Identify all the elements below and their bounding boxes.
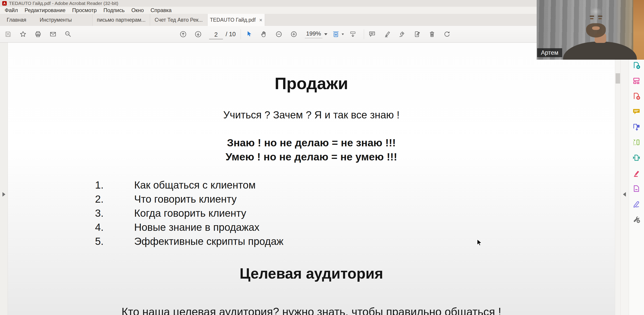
tools-pane-collapse-strip: [621, 43, 629, 315]
zoom-level-dropdown[interactable]: 199%: [305, 30, 327, 38]
chevron-down-icon[interactable]: [342, 33, 344, 35]
scrollbar-thumb[interactable]: [616, 73, 620, 83]
doc-bold-line-1: Знаю ! но не делаю = не знаю !!!: [8, 136, 615, 149]
menu-view[interactable]: Просмотр: [69, 7, 100, 13]
search-icon[interactable]: [64, 30, 72, 38]
tab-doc-invoice[interactable]: Счет Тед Авто Рек...: [150, 14, 207, 26]
list-item: 2.Что говорить клиенту: [95, 192, 284, 206]
mouse-cursor: [477, 239, 484, 248]
print-icon[interactable]: [34, 30, 42, 38]
tab-home[interactable]: Главная: [0, 14, 33, 26]
doc-numbered-list: 1.Как общаться с клиентом 2.Что говорить…: [95, 178, 284, 248]
favorite-star-icon[interactable]: [19, 30, 27, 38]
create-pdf-icon[interactable]: [632, 92, 640, 100]
presenter-eye: [598, 18, 602, 19]
next-page-icon[interactable]: [194, 30, 202, 38]
chevron-down-icon: [324, 33, 327, 35]
list-item: 3.Когда говорить клиенту: [95, 206, 284, 220]
list-item: 1.Как общаться с клиентом: [95, 178, 284, 192]
fill-sign-pen-icon[interactable]: [632, 200, 640, 208]
webcam-name-badge: Артем: [537, 48, 562, 57]
tab-doc-letter[interactable]: письмо партнерам...: [92, 14, 150, 26]
more-tools-wrench-icon[interactable]: [632, 215, 640, 223]
tab-doc-guide-active[interactable]: TEDAUTO Гайд.pdf ×: [207, 14, 265, 26]
comment-icon[interactable]: [368, 30, 376, 38]
zoom-in-icon[interactable]: [290, 30, 298, 38]
page-total-label: / 10: [226, 31, 236, 38]
presenter-eyebrow: [590, 16, 594, 17]
comment-tool-icon[interactable]: [632, 107, 640, 115]
menu-window[interactable]: Окно: [128, 7, 147, 13]
presenter-beard: [586, 23, 606, 37]
hide-toolbar-icon[interactable]: [349, 30, 357, 38]
webcam-overlay: Артем: [537, 0, 644, 60]
presenter-mouth-area: [592, 26, 600, 30]
menu-help[interactable]: Справка: [147, 7, 175, 13]
previous-page-icon[interactable]: [179, 30, 187, 38]
presenter-eye: [590, 18, 594, 19]
doc-title: Продажи: [8, 74, 615, 93]
zoom-out-icon[interactable]: [275, 30, 283, 38]
webcam-background-wall: [633, 0, 644, 60]
vertical-scrollbar[interactable]: [615, 43, 621, 315]
collapse-panel-icon[interactable]: [623, 192, 626, 197]
list-item: 4.Новые знание в продажах: [95, 220, 284, 234]
edit-pdf-icon[interactable]: [632, 77, 640, 85]
expand-panel-icon[interactable]: [2, 192, 5, 197]
doc-heading-2: Целевая аудитория: [8, 265, 615, 282]
toolbar-separator: [240, 29, 241, 39]
zoom-level-value: 199%: [305, 30, 322, 38]
window-title: TEDAUTO Гайд.pdf - Adobe Acrobat Reader …: [9, 1, 118, 6]
doc-bottom-line: Кто наша целевая аудитория? нужно знать,…: [8, 306, 615, 315]
highlight-pencil-icon[interactable]: [383, 30, 391, 38]
select-tool-icon[interactable]: [245, 30, 253, 38]
presenter-eyebrow: [598, 16, 602, 17]
sign-pen-icon[interactable]: [398, 30, 406, 38]
page-number-input[interactable]: 2: [209, 29, 223, 39]
pdf-page: Продажи Учиться ? Зачем ? Я и так все зн…: [8, 43, 615, 315]
fill-sign-icon[interactable]: [413, 30, 421, 38]
toolbar-separator: [364, 29, 364, 39]
acrobat-window: A TEDAUTO Гайд.pdf - Adobe Acrobat Reade…: [0, 0, 644, 315]
email-icon[interactable]: [49, 30, 57, 38]
delete-trash-icon[interactable]: [428, 30, 436, 38]
doc-bold-line-2: Умею ! но не делаю = не умею !!!: [8, 151, 615, 163]
compress-pdf-icon[interactable]: [632, 154, 640, 162]
highlight-marker-icon[interactable]: [632, 169, 640, 177]
combine-files-icon[interactable]: [632, 123, 640, 131]
save-icon[interactable]: [4, 30, 12, 38]
presenter-head-highlight: [590, 7, 602, 16]
acrobat-app-icon: A: [2, 1, 7, 5]
list-item: 5.Эффективные скрипты продаж: [95, 234, 284, 248]
export-pdf-icon[interactable]: [632, 61, 640, 69]
tab-tools[interactable]: Инструменты: [33, 14, 78, 26]
menu-sign[interactable]: Подпись: [100, 7, 128, 13]
fit-width-icon[interactable]: [332, 30, 340, 38]
page-minus-icon[interactable]: [632, 185, 640, 193]
organize-pages-icon[interactable]: [632, 138, 640, 146]
refresh-icon[interactable]: [443, 30, 451, 38]
left-panel-strip: [0, 43, 8, 315]
hand-tool-icon[interactable]: [260, 30, 268, 38]
menu-edit[interactable]: Редактирование: [21, 7, 69, 13]
tab-close-icon[interactable]: ×: [259, 17, 262, 23]
doc-subtitle: Учиться ? Зачем ? Я и так все знаю !: [8, 109, 615, 121]
menu-file[interactable]: Файл: [1, 7, 21, 13]
tools-sidebar: [629, 43, 644, 315]
